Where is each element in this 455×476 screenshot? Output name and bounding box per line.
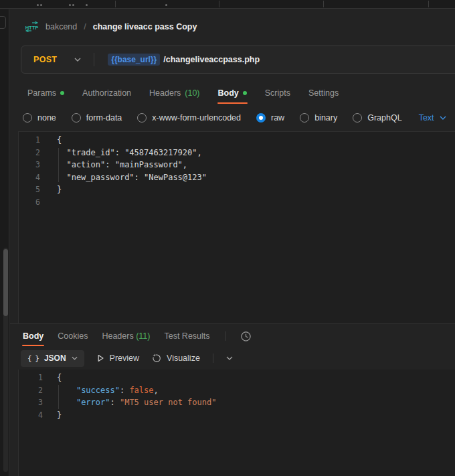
tab-settings[interactable]: Settings	[308, 88, 339, 98]
chevron-down-icon	[72, 356, 78, 360]
code-text: }	[40, 183, 62, 196]
radio-icon	[137, 113, 147, 123]
radio-icon	[23, 113, 32, 123]
radio-label: none	[37, 113, 56, 123]
braces-icon: { }	[27, 354, 39, 363]
code-text: "success": false,	[43, 384, 159, 397]
code-line[interactable]: 2 "trade_id": "4587463217920",	[19, 147, 455, 159]
tab-label: Cookies	[58, 331, 88, 341]
tab-authorization[interactable]: Authorization	[82, 88, 131, 98]
tab-dot	[165, 4, 167, 6]
method-label: POST	[33, 55, 57, 64]
play-triangle-icon	[97, 354, 104, 362]
tab-label: Scripts	[265, 88, 290, 98]
left-rail	[0, 9, 9, 476]
response-tab-body[interactable]: Body	[23, 331, 43, 341]
svg-text:HTTP: HTTP	[25, 25, 39, 31]
tab-label: Settings	[308, 88, 339, 98]
request-body-editor[interactable]: 1{2 "trade_id": "4587463217920",3 "actio…	[18, 131, 455, 323]
radio-icon	[353, 113, 362, 123]
line-number: 1	[19, 134, 40, 147]
radio-raw[interactable]: raw	[256, 113, 284, 123]
tab-separator	[428, 1, 429, 7]
preview-label: Preview	[110, 353, 139, 363]
visualize-label: Visualize	[167, 353, 200, 363]
line-number: 1	[19, 372, 43, 384]
request-workspace: HTTP bakcend / change liveacc pass Copy …	[10, 9, 455, 476]
url-bar: POST {{base_url}} /changeliveaccpass.php	[21, 46, 455, 74]
code-line[interactable]: 4 "new_password": "NewPass@123"	[19, 171, 455, 184]
tab-scripts[interactable]: Scripts	[265, 88, 290, 98]
line-number: 4	[19, 171, 40, 184]
tab-label: Test Results	[164, 331, 209, 341]
radio-x-www-form-urlencoded[interactable]: x-www-form-urlencoded	[137, 113, 241, 123]
response-history-button[interactable]	[240, 331, 252, 342]
green-dot-indicator	[60, 91, 64, 95]
line-number: 4	[19, 409, 43, 422]
radio-form-data[interactable]: form-data	[72, 113, 122, 123]
method-dropdown[interactable]: POST	[21, 46, 94, 73]
response-format-dropdown[interactable]: { } JSON	[21, 350, 84, 367]
tab-label: Body	[23, 331, 43, 341]
api-client-window: HTTP bakcend / change liveacc pass Copy …	[0, 0, 455, 476]
response-tab-headers[interactable]: Headers (11)	[102, 331, 150, 341]
base-url-variable-chip[interactable]: {{base_url}}	[108, 54, 160, 66]
format-label: JSON	[44, 353, 66, 363]
response-tab-test-results[interactable]: Test Results	[164, 331, 209, 341]
code-line[interactable]: 5}	[19, 183, 455, 196]
divider	[213, 353, 213, 363]
code-line[interactable]: 3 "action": "mainPassword",	[19, 159, 455, 171]
tab-body[interactable]: Body	[218, 88, 247, 98]
radio-label: form-data	[86, 113, 122, 123]
code-text: "new_password": "NewPass@123"	[40, 171, 207, 184]
raw-format-label: Text	[419, 113, 434, 123]
breadcrumb-collection[interactable]: bakcend	[46, 22, 77, 31]
line-number: 3	[19, 159, 40, 171]
radio-none[interactable]: none	[23, 113, 56, 123]
body-type-selector: none form-data x-www-form-urlencoded raw…	[23, 107, 446, 129]
code-line[interactable]: 1{	[19, 372, 455, 384]
line-number: 2	[19, 384, 43, 397]
tab-headers[interactable]: Headers (10)	[149, 88, 199, 98]
code-text: {	[43, 372, 62, 384]
code-text: "error": "MT5 user not found"	[43, 396, 216, 409]
code-line[interactable]: 4}	[19, 409, 455, 422]
radio-label: raw	[271, 113, 284, 123]
tab-label: Headers	[149, 88, 181, 98]
scrollbar-thumb[interactable]	[3, 249, 8, 316]
code-line[interactable]: 2 "success": false,	[19, 384, 455, 397]
preview-button[interactable]: Preview	[97, 353, 139, 363]
indent-guide	[58, 385, 59, 409]
url-input[interactable]: {{base_url}} /changeliveaccpass.php	[94, 54, 260, 66]
headers-count: (11)	[136, 331, 150, 341]
code-text	[40, 196, 57, 209]
radio-label: GraphQL	[367, 113, 401, 123]
more-formats-chevron-icon[interactable]	[226, 356, 233, 360]
radio-icon	[72, 113, 81, 123]
collapsed-panel-button[interactable]	[0, 16, 6, 29]
code-text: }	[43, 409, 62, 422]
response-toolbar: { } JSON Preview Visuali	[21, 349, 233, 367]
radio-graphql[interactable]: GraphQL	[353, 113, 401, 123]
tab-separator	[115, 1, 116, 7]
visualize-button[interactable]: Visualize	[152, 353, 200, 363]
tab-label: Params	[27, 88, 56, 98]
radio-selected-icon	[256, 113, 266, 123]
pane-divider[interactable]	[10, 323, 455, 324]
tab-separator	[323, 1, 324, 7]
code-text: "trade_id": "4587463217920",	[40, 147, 202, 159]
code-line[interactable]: 3 "error": "MT5 user not found"	[19, 396, 455, 409]
tab-params[interactable]: Params	[27, 88, 64, 98]
workspace-tab-bar[interactable]	[0, 0, 455, 9]
code-line[interactable]: 1{	[19, 134, 455, 147]
tab-dot	[86, 4, 88, 6]
radio-binary[interactable]: binary	[300, 113, 337, 123]
code-line[interactable]: 6	[19, 196, 455, 209]
tab-dot	[40, 4, 42, 6]
raw-format-dropdown[interactable]: Text	[419, 113, 446, 123]
line-number: 5	[19, 183, 40, 196]
request-title[interactable]: change liveacc pass Copy	[93, 22, 197, 31]
chevron-down-icon	[440, 116, 446, 120]
response-body-viewer[interactable]: 1{2 "success": false,3 "error": "MT5 use…	[18, 370, 455, 476]
response-tab-cookies[interactable]: Cookies	[58, 331, 88, 341]
